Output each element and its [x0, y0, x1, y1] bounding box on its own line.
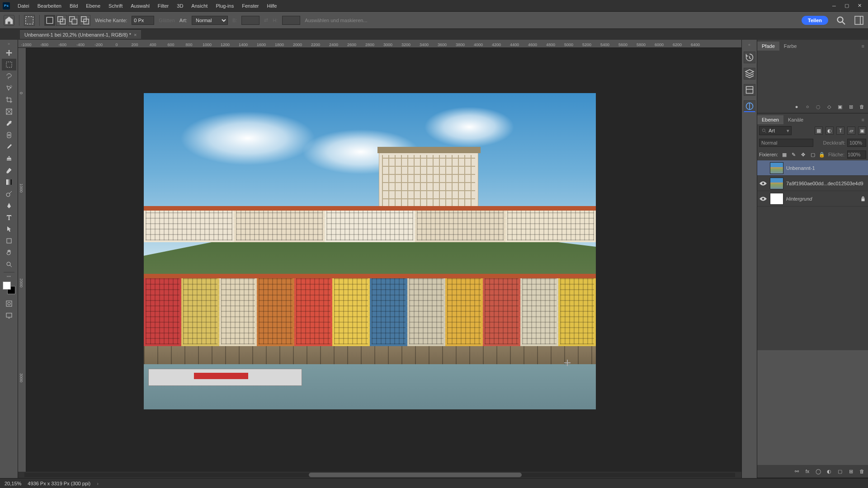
frame-tool[interactable]: [2, 106, 16, 117]
layer-row[interactable]: Hintergrund: [757, 191, 868, 206]
pen-tool[interactable]: [2, 200, 16, 211]
tab-layers[interactable]: Ebenen: [757, 115, 783, 124]
layer-visibility-icon[interactable]: [759, 179, 767, 188]
lasso-tool[interactable]: [2, 70, 16, 82]
delete-layer-icon[interactable]: 🗑: [858, 468, 865, 475]
tools-collapse-icon[interactable]: »: [8, 42, 10, 46]
layer-style-icon[interactable]: fx: [804, 468, 811, 475]
fill-input[interactable]: [847, 150, 866, 159]
new-layer-icon[interactable]: ⊞: [847, 468, 854, 475]
close-button[interactable]: ✕: [854, 1, 865, 10]
tab-color[interactable]: Farbe: [779, 42, 802, 51]
lock-all-icon[interactable]: 🔒: [819, 151, 826, 158]
screen-mode-tool[interactable]: [2, 310, 16, 321]
libraries-panel-icon[interactable]: [744, 68, 755, 80]
new-group-icon[interactable]: ▢: [836, 468, 844, 475]
search-icon[interactable]: [835, 15, 846, 26]
menu-3d[interactable]: 3D: [173, 1, 187, 10]
menu-hilfe[interactable]: Hilfe: [263, 1, 281, 10]
select-and-mask-link[interactable]: Auswählen und maskieren...: [305, 18, 367, 23]
type-tool[interactable]: [2, 211, 16, 223]
layer-visibility-icon[interactable]: [759, 164, 767, 172]
status-arrow-icon[interactable]: ›: [97, 481, 99, 486]
selection-subtract[interactable]: [68, 15, 79, 26]
panel-menu-icon[interactable]: ≡: [858, 115, 868, 124]
lock-position-icon[interactable]: ✥: [800, 151, 807, 158]
minimize-button[interactable]: ─: [828, 1, 840, 10]
new-adjustment-icon[interactable]: ◐: [826, 468, 833, 475]
panel-menu-icon[interactable]: ≡: [858, 42, 868, 51]
layer-filter-search[interactable]: Art ▾: [759, 126, 792, 135]
layer-visibility-icon[interactable]: [759, 195, 767, 203]
quick-mask-tool[interactable]: [2, 298, 16, 310]
menu-bild[interactable]: Bild: [66, 1, 82, 10]
eyedropper-tool[interactable]: [2, 117, 16, 129]
menu-auswahl[interactable]: Auswahl: [127, 1, 154, 10]
crop-tool[interactable]: [2, 94, 16, 106]
add-mask-icon[interactable]: ▣: [836, 103, 844, 110]
path-to-selection-icon[interactable]: ◌: [815, 103, 822, 110]
lock-transparency-icon[interactable]: ▦: [781, 151, 788, 158]
menu-ansicht[interactable]: Ansicht: [187, 1, 212, 10]
marquee-tool-preset[interactable]: [24, 15, 35, 26]
maximize-button[interactable]: ▢: [841, 1, 853, 10]
filter-type-icon[interactable]: T: [836, 127, 844, 135]
move-tool[interactable]: [2, 47, 16, 59]
add-mask-icon[interactable]: ◯: [815, 468, 822, 475]
tools-more-icon[interactable]: •••: [7, 274, 11, 279]
foreground-color-swatch[interactable]: [3, 282, 11, 290]
lock-artboard-icon[interactable]: ▢: [809, 151, 816, 158]
selection-intersect[interactable]: [80, 15, 90, 26]
home-button[interactable]: [4, 15, 14, 26]
layer-row[interactable]: Unbenannt-1: [757, 160, 868, 176]
menu-ebene[interactable]: Ebene: [82, 1, 104, 10]
menu-schrift[interactable]: Schrift: [104, 1, 127, 10]
color-swatches[interactable]: [3, 282, 15, 294]
clone-stamp-tool[interactable]: [2, 153, 16, 164]
quick-selection-tool[interactable]: [2, 82, 16, 94]
tab-paths[interactable]: Pfade: [757, 42, 779, 51]
opacity-input[interactable]: [847, 139, 866, 147]
document-tab[interactable]: Unbenannt-1 bei 20,2% (Unbenannt-1, RGB/…: [20, 30, 141, 39]
tab-channels[interactable]: Kanäle: [783, 115, 808, 124]
workspace-icon[interactable]: [854, 15, 864, 26]
strip-collapse-icon[interactable]: «: [748, 42, 750, 47]
filter-shape-icon[interactable]: ▱: [847, 127, 855, 135]
canvas-viewport[interactable]: [26, 48, 741, 472]
zoom-tool[interactable]: [2, 258, 16, 270]
fill-path-icon[interactable]: ●: [793, 103, 800, 110]
lock-pixels-icon[interactable]: ✎: [790, 151, 797, 158]
stroke-path-icon[interactable]: ○: [804, 103, 811, 110]
filter-adjustment-icon[interactable]: ◐: [826, 127, 834, 135]
horizontal-scrollbar[interactable]: [18, 472, 741, 478]
marquee-tool[interactable]: [2, 59, 16, 70]
shape-tool[interactable]: [2, 235, 16, 247]
healing-brush-tool[interactable]: [2, 129, 16, 141]
gradient-tool[interactable]: [2, 176, 16, 188]
zoom-level[interactable]: 20,15%: [5, 481, 21, 486]
filter-pixel-icon[interactable]: ▦: [815, 127, 823, 135]
layer-row[interactable]: 7a9f1960ae00dd...dec012503e4d9: [757, 176, 868, 191]
make-work-path-icon[interactable]: ◇: [826, 103, 833, 110]
menu-filter[interactable]: Filter: [154, 1, 173, 10]
delete-path-icon[interactable]: 🗑: [858, 103, 865, 110]
close-tab-icon[interactable]: ×: [134, 32, 137, 38]
path-selection-tool[interactable]: [2, 223, 16, 235]
blend-mode-select[interactable]: [759, 139, 813, 147]
share-button[interactable]: Teilen: [802, 16, 828, 25]
style-select[interactable]: Normal: [192, 16, 228, 25]
hand-tool[interactable]: [2, 247, 16, 258]
new-path-icon[interactable]: ⊞: [847, 103, 854, 110]
adjustments-panel-icon[interactable]: [744, 100, 755, 112]
selection-new[interactable]: [44, 15, 55, 26]
properties-panel-icon[interactable]: [744, 84, 755, 96]
selection-add[interactable]: [56, 15, 67, 26]
link-layers-icon[interactable]: ⚯: [793, 468, 800, 475]
menu-bearbeiten[interactable]: Bearbeiten: [33, 1, 66, 10]
history-panel-icon[interactable]: [744, 52, 755, 63]
menu-plug-ins[interactable]: Plug-ins: [212, 1, 238, 10]
feather-input[interactable]: [132, 16, 154, 25]
eraser-tool[interactable]: [2, 164, 16, 176]
menu-fenster[interactable]: Fenster: [238, 1, 263, 10]
filter-smart-icon[interactable]: ▣: [858, 127, 866, 135]
